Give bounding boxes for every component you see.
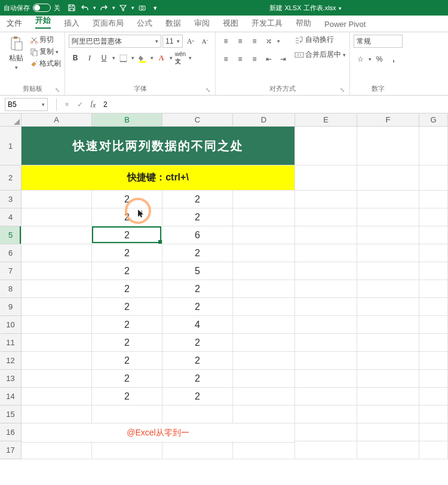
cell-G17[interactable] (419, 441, 448, 459)
cell-F3[interactable] (357, 191, 419, 208)
cell-E3[interactable] (295, 191, 357, 208)
cell-B11[interactable]: 2 (92, 334, 162, 352)
cell-D8[interactable] (233, 280, 295, 298)
cell-D7[interactable] (233, 262, 295, 280)
orientation-icon[interactable]: ⤭ (262, 35, 275, 48)
comma-icon[interactable]: , (387, 53, 400, 66)
cell-G10[interactable] (419, 316, 448, 334)
row-header-14[interactable]: 14 (0, 388, 22, 406)
tab-data[interactable]: 数据 (159, 15, 188, 32)
row-header-13[interactable]: 13 (0, 370, 22, 388)
cell-E5[interactable] (295, 226, 357, 244)
credit-cell[interactable]: @Excel从零到一 (22, 423, 295, 443)
cell-C5[interactable]: 6 (162, 226, 233, 244)
cell-E6[interactable] (295, 244, 357, 262)
cell-D5[interactable] (233, 226, 295, 244)
name-box[interactable]: B5▾ (5, 98, 48, 111)
cell-C15[interactable] (162, 406, 233, 423)
cell-C4[interactable]: 2 (162, 208, 233, 226)
cell-B8[interactable]: 2 (92, 280, 162, 298)
italic-button[interactable]: I (83, 51, 96, 65)
cell-A6[interactable] (22, 244, 92, 262)
fill-color-button[interactable] (136, 51, 149, 65)
qat-overflow-icon[interactable]: ▾ (150, 2, 161, 13)
indent-icon[interactable]: ⇥ (277, 53, 290, 66)
camera-icon[interactable] (137, 2, 148, 13)
cell-B13[interactable]: 2 (92, 370, 162, 388)
row-header-6[interactable]: 6 (0, 244, 22, 262)
cell-A7[interactable] (22, 262, 92, 280)
row-header-7[interactable]: 7 (0, 262, 22, 280)
cell-F14[interactable] (357, 388, 419, 406)
cell-C14[interactable]: 2 (162, 388, 233, 406)
cell-F15[interactable] (357, 406, 419, 423)
cell-E13[interactable] (295, 370, 357, 388)
tab-dev[interactable]: 开发工具 (245, 15, 289, 32)
cell-B6[interactable]: 2 (92, 244, 162, 262)
subtitle-cell[interactable]: 快捷键：ctrl+\ (22, 165, 295, 191)
redo-dropdown[interactable]: ▾ (112, 5, 115, 11)
cell-B5[interactable]: 2 (92, 226, 162, 244)
cells-area[interactable]: 快速对比两列数据的不同之处快捷键：ctrl+\22222622252222242… (22, 127, 448, 459)
cell-B10[interactable]: 2 (92, 316, 162, 334)
cell-C6[interactable]: 2 (162, 244, 233, 262)
cell-A12[interactable] (22, 352, 92, 370)
cell-E11[interactable] (295, 334, 357, 352)
phonetic-button[interactable]: wén文 (174, 51, 187, 65)
filter-icon[interactable] (118, 2, 128, 13)
cell-E14[interactable] (295, 388, 357, 406)
cell-C8[interactable]: 2 (162, 280, 233, 298)
cell-E12[interactable] (295, 352, 357, 370)
cell-F7[interactable] (357, 262, 419, 280)
bold-button[interactable]: B (69, 51, 82, 65)
cell-C3[interactable]: 2 (162, 191, 233, 208)
cell-A8[interactable] (22, 280, 92, 298)
row-header-10[interactable]: 10 (0, 316, 22, 334)
cell-B7[interactable]: 2 (92, 262, 162, 280)
cell-D15[interactable] (233, 406, 295, 423)
cell-E10[interactable] (295, 316, 357, 334)
row-header-12[interactable]: 12 (0, 352, 22, 370)
cell-B9[interactable]: 2 (92, 298, 162, 316)
cell-A9[interactable] (22, 298, 92, 316)
cancel-entry-icon[interactable]: × (60, 100, 73, 109)
cell-A15[interactable] (22, 406, 92, 423)
cell-D11[interactable] (233, 334, 295, 352)
number-format-combo[interactable]: 常规 (354, 35, 403, 48)
cell-G8[interactable] (419, 280, 448, 298)
confirm-entry-icon[interactable]: ✓ (73, 100, 87, 109)
cell-E9[interactable] (295, 298, 357, 316)
align-middle-icon[interactable]: ≡ (234, 35, 247, 48)
painter-button[interactable]: 格式刷 (30, 59, 61, 69)
col-header-E[interactable]: E (295, 113, 357, 126)
cell-E15[interactable] (295, 406, 357, 423)
cell-B15[interactable] (92, 406, 162, 423)
cell-A5[interactable] (22, 226, 92, 244)
row-header-8[interactable]: 8 (0, 280, 22, 298)
cell-C17[interactable] (162, 441, 233, 459)
row-header-15[interactable]: 15 (0, 406, 22, 423)
cell-F6[interactable] (357, 244, 419, 262)
cell-C9[interactable]: 2 (162, 298, 233, 316)
row-header-9[interactable]: 9 (0, 298, 22, 316)
cell-C12[interactable]: 2 (162, 352, 233, 370)
font-color-button[interactable]: A (155, 51, 168, 65)
cell-F5[interactable] (357, 226, 419, 244)
align-top-icon[interactable]: ≡ (219, 35, 232, 48)
cell-A3[interactable] (22, 191, 92, 208)
cell-F17[interactable] (357, 441, 419, 459)
cell-F10[interactable] (357, 316, 419, 334)
row-header-2[interactable]: 2 (0, 165, 22, 191)
cut-button[interactable]: 剪切 (30, 35, 61, 45)
tab-insert[interactable]: 插入 (57, 15, 86, 32)
undo-dropdown[interactable]: ▾ (93, 5, 96, 11)
cell-G6[interactable] (419, 244, 448, 262)
tab-layout[interactable]: 页面布局 (86, 15, 130, 32)
cell-A4[interactable] (22, 208, 92, 226)
tab-help[interactable]: 帮助 (289, 15, 318, 32)
redo-icon[interactable] (99, 2, 109, 13)
align-right-icon[interactable]: ≡ (248, 53, 261, 66)
save-icon[interactable] (66, 2, 77, 13)
fx-icon[interactable]: fx (87, 99, 100, 109)
cell-D3[interactable] (233, 191, 295, 208)
